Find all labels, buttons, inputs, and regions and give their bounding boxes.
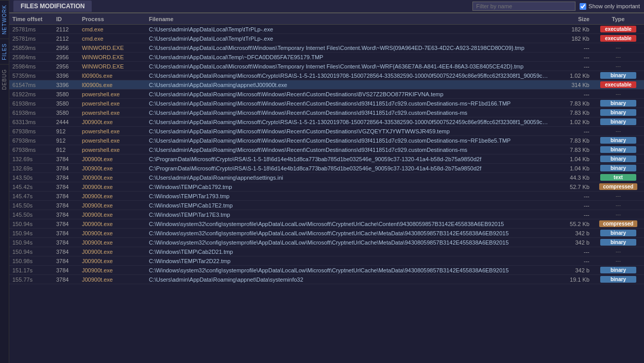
table-row[interactable]: 150.94s 3784 J00900t.exe C:\Windows\syst… [9,238,644,247]
cell-id: 2956 [53,62,79,71]
table-row[interactable]: 145.50s 3784 J00900t.exe C:\Windows\TEMP… [9,210,644,219]
cell-size: 1.02 Kb [551,72,592,80]
cell-size: 182 Kb [551,25,592,33]
table-row[interactable]: 150.94s 3784 J00900t.exe C:\Windows\syst… [9,219,644,229]
cell-filename: C:\Users\admin\AppData\Local\Microsoft\W… [146,62,551,71]
type-badge: --- [600,63,636,70]
cell-size: 1.02 Kb [551,118,592,126]
cell-size: 52.7 Kb [551,183,592,191]
table-row[interactable]: 25859ms 2956 WINWORD.EXE C:\Users\admin\… [9,43,644,53]
cell-id: 3784 [53,248,79,256]
sidebar-tab-network[interactable]: NETWORK [0,0,9,39]
type-badge: binary [600,155,636,162]
cell-type: compressed [592,182,644,191]
table-row[interactable]: 145.50s 3784 J00900t.exe C:\Windows\TEMP… [9,201,644,210]
table-row[interactable]: 151.17s 3784 J00900t.exe C:\Windows\syst… [9,266,644,275]
cell-filename: C:\Users\admin\AppData\Roaming\appnet\se… [146,174,551,182]
cell-type: binary [592,71,644,80]
table-row[interactable]: 143.50s 3784 J00900t.exe C:\Users\admin\… [9,173,644,182]
tab-title[interactable]: FILES MODIFICATION [13,1,92,12]
table-row[interactable]: 155.77s 3784 J00900t.exe C:\Users\admin\… [9,275,644,284]
type-badge: --- [600,257,636,264]
cell-id: 3784 [53,266,79,274]
cell-process: cmd.exe [79,25,146,33]
table-row[interactable]: 61547ms 3396 l00900s.exe C:\Users\admin\… [9,80,644,90]
cell-filename: C:\Windows\system32\config\systemprofile… [146,238,551,247]
cell-time: 67938ms [9,146,53,154]
cell-id: 2112 [53,25,79,33]
table-row[interactable]: 61938ms 3580 powershell.exe C:\Users\adm… [9,108,644,117]
type-badge: binary [600,109,636,116]
type-badge: text [600,174,636,181]
type-badge: binary [600,100,636,107]
cell-id: 3580 [53,99,79,108]
cell-time: 25984ms [9,53,53,61]
cell-process: J00900t.exe [79,248,146,256]
cell-id: 3580 [53,109,79,117]
table-row[interactable]: 150.94s 3784 J00900t.exe C:\Windows\syst… [9,229,644,238]
cell-process: cmd.exe [79,34,146,43]
cell-process: J00900t.exe [79,174,146,182]
cell-filename: C:\Users\admin\AppData\Local\Temp\tTrPLp… [146,25,551,33]
type-badge: binary [600,137,636,144]
cell-size: --- [551,44,592,52]
cell-type: --- [592,192,644,200]
cell-time: 57359ms [9,72,53,80]
sidebar-tab-files[interactable]: FILES [0,39,9,64]
table-row[interactable]: 61938ms 3580 powershell.exe C:\Users\adm… [9,99,644,108]
table-container[interactable]: 25781ms 2112 cmd.exe C:\Users\admin\AppD… [9,25,644,363]
table-row[interactable]: 25781ms 2112 cmd.exe C:\Users\admin\AppD… [9,25,644,34]
cell-filename: C:\Windows\TEMP\Tar1793.tmp [146,192,551,200]
cell-id: 3396 [53,81,79,89]
cell-type: binary [592,238,644,247]
show-important-checkbox[interactable] [580,3,586,10]
cell-id: 912 [53,127,79,135]
cell-id: 2956 [53,44,79,52]
table-row[interactable]: 67938ms 912 powershell.exe C:\Users\admi… [9,145,644,154]
table-row[interactable]: 57359ms 3396 l00900s.exe C:\Users\admin\… [9,71,644,80]
cell-filename: C:\Users\admin\AppData\Roaming\appnet\J0… [146,81,551,89]
cell-filename: C:\ProgramData\Microsoft\Crypto\RSA\S-1-… [146,155,551,163]
top-bar: FILES MODIFICATION Show only important [9,0,644,13]
cell-filename: C:\Windows\system32\config\systemprofile… [146,220,551,228]
cell-type: binary [592,136,644,145]
cell-process: powershell.exe [79,127,146,135]
cell-type: --- [592,62,644,71]
table-row[interactable]: 132.69s 3784 J00900t.exe C:\ProgramData\… [9,154,644,164]
table-row[interactable]: 150.98s 3784 J00900t.exe C:\Windows\TEMP… [9,256,644,266]
cell-time: 150.94s [9,248,53,256]
cell-id: 3784 [53,257,79,265]
cell-filename: C:\ProgramData\Microsoft\Crypto\RSA\S-1-… [146,164,551,172]
cell-size: 55.2 Kb [551,220,592,228]
table-row[interactable]: 25781ms 2112 cmd.exe C:\Users\admin\AppD… [9,34,644,43]
cell-time: 155.77s [9,275,53,284]
table-row[interactable]: 67938ms 912 powershell.exe C:\Users\admi… [9,127,644,136]
cell-time: 67938ms [9,127,53,135]
table-row[interactable]: 67938ms 912 powershell.exe C:\Users\admi… [9,136,644,145]
cell-size: --- [551,127,592,135]
table-row[interactable]: 132.69s 3784 J00900t.exe C:\ProgramData\… [9,164,644,173]
type-badge: --- [600,44,636,51]
cell-type: binary [592,99,644,108]
cell-time: 25859ms [9,44,53,52]
table-row[interactable]: 61922ms 3580 powershell.exe C:\Users\adm… [9,90,644,99]
cell-size: 7.83 Kb [551,146,592,154]
table-row[interactable]: 63313ms 2444 J00900t.exe C:\Users\admin\… [9,117,644,127]
cell-type: executable [592,25,644,33]
table-row[interactable]: 145.42s 3784 J00900t.exe C:\Windows\TEMP… [9,182,644,192]
cell-size: 19.1 Kb [551,275,592,284]
cell-process: J00900t.exe [79,118,146,126]
cell-process: powershell.exe [79,109,146,117]
table-row[interactable]: 150.94s 3784 J00900t.exe C:\Windows\TEMP… [9,247,644,256]
cell-id: 2112 [53,34,79,43]
sidebar-tab-debug[interactable]: DEBUG [0,64,9,94]
type-badge: --- [600,128,636,134]
table-row[interactable]: 25984ms 2956 WINWORD.EXE C:\Users\admin\… [9,62,644,71]
cell-type: --- [592,43,644,52]
cell-id: 3784 [53,183,79,191]
table-row[interactable]: 25984ms 2956 WINWORD.EXE C:\Users\admin\… [9,53,644,62]
cell-process: powershell.exe [79,90,146,98]
filter-input[interactable] [472,2,575,11]
col-header-type: Type [592,16,644,22]
table-row[interactable]: 145.47s 3784 J00900t.exe C:\Windows\TEMP… [9,192,644,201]
